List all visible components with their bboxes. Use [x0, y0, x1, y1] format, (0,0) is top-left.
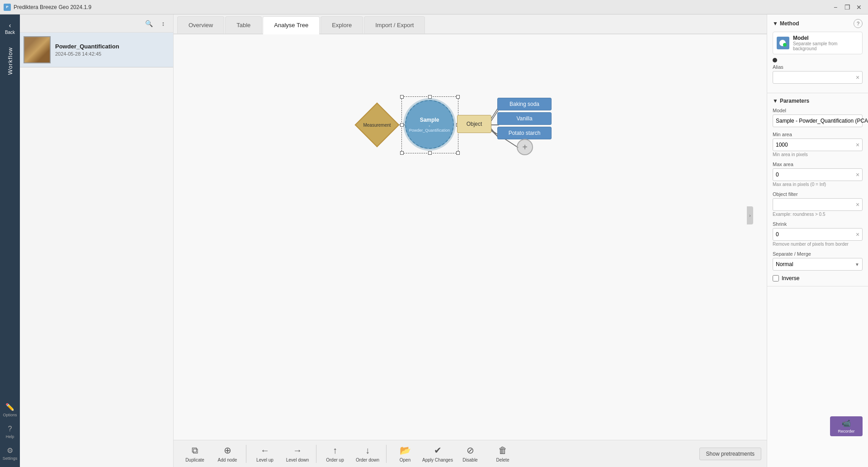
level-up-button[interactable]: ← Level up	[249, 442, 281, 466]
method-section: ▼ Method ? Model Separate sample from ba…	[767, 14, 868, 93]
search-button[interactable]: 🔍	[142, 17, 155, 30]
file-item[interactable]: Powder_Quantification 2024-05-28 14:42:4…	[20, 33, 173, 67]
main-content: Overview Table Analyse Tree Explore Impo…	[174, 14, 767, 467]
max-area-input[interactable]	[773, 169, 853, 181]
workflow-label: Workflow	[7, 43, 14, 78]
min-area-input-wrap: ×	[773, 138, 863, 151]
inverse-row: Inverse	[773, 275, 863, 281]
thumbnail-image	[24, 37, 50, 62]
order-up-button[interactable]: ↑ Order up	[319, 442, 351, 466]
add-class-button[interactable]: +	[517, 139, 533, 155]
class-node-1[interactable]: Baking soda	[497, 98, 552, 110]
options-button[interactable]: ✏️ Options	[1, 400, 19, 420]
inverse-label[interactable]: Inverse	[782, 275, 799, 281]
model-circle-small	[783, 43, 787, 47]
shrink-clear-button[interactable]: ×	[853, 230, 862, 239]
separate-merge-field-group: Separate / Merge Normal Separate Merge ▼	[773, 251, 863, 271]
options-label: Options	[3, 413, 17, 417]
minimize-button[interactable]: −	[830, 2, 841, 13]
level-down-button[interactable]: → Level down	[282, 442, 313, 466]
sample-sub-label: Powder_Quantification	[409, 128, 450, 133]
handle-tm[interactable]	[428, 95, 432, 99]
close-button[interactable]: ✕	[854, 2, 864, 13]
help-button[interactable]: ? Help	[1, 422, 19, 442]
min-area-input[interactable]	[773, 139, 853, 151]
alias-input-wrap: ×	[773, 71, 863, 84]
handle-bl[interactable]	[400, 151, 404, 155]
apply-changes-button[interactable]: ✔ Apply Changes	[422, 442, 453, 466]
duplicate-label: Duplicate	[185, 457, 204, 462]
handle-bm[interactable]	[428, 151, 432, 155]
class-node-3[interactable]: Potato starch	[497, 127, 552, 139]
tab-import-export-label: Import / Export	[375, 22, 414, 29]
model-desc: Separate sample from background	[793, 41, 859, 51]
sort-button[interactable]: ↕	[157, 17, 170, 30]
method-help-button[interactable]: ?	[854, 19, 863, 28]
order-down-button[interactable]: ↓ Order down	[352, 442, 383, 466]
object-label: Object	[467, 121, 482, 127]
expand-right-panel-button[interactable]: ›	[747, 206, 753, 224]
tab-overview-label: Overview	[189, 22, 213, 29]
max-area-input-wrap: ×	[773, 168, 863, 181]
sample-label: Sample	[420, 117, 439, 123]
show-pretreatments-button[interactable]: Show pretreatments	[699, 448, 761, 460]
open-button[interactable]: 📂 Open	[389, 442, 421, 466]
recorder-label: Recorder	[838, 429, 854, 434]
right-panel: ▼ Method ? Model Separate sample from ba…	[767, 14, 868, 467]
handle-ml[interactable]	[400, 123, 404, 127]
tab-explore[interactable]: Explore	[321, 16, 363, 33]
apply-icon: ✔	[434, 445, 442, 456]
object-rect[interactable]: Object	[457, 115, 491, 133]
disable-button[interactable]: ⊘ Disable	[454, 442, 486, 466]
recorder-button[interactable]: 📹 Recorder	[830, 416, 863, 436]
handle-tr[interactable]	[456, 95, 460, 99]
tab-overview[interactable]: Overview	[177, 16, 224, 33]
shrink-input-wrap: ×	[773, 228, 863, 241]
delete-button[interactable]: 🗑 Delete	[487, 442, 519, 466]
alias-input[interactable]	[773, 71, 853, 83]
sidebar-bottom: ✏️ Options ? Help ⚙ Settings	[0, 400, 20, 467]
inverse-checkbox[interactable]	[773, 275, 779, 281]
measurement-node[interactable]: Measurement	[359, 107, 395, 143]
model-field-group: Model Sample - Powder_Quantification (PC…	[773, 108, 863, 127]
add-node-icon: ⊕	[224, 445, 231, 456]
settings-button[interactable]: ⚙ Settings	[1, 443, 19, 463]
model-name: Model	[793, 35, 859, 41]
min-area-clear-button[interactable]: ×	[853, 140, 862, 149]
level-up-icon: ←	[260, 445, 269, 456]
handle-br[interactable]	[456, 151, 460, 155]
level-down-label: Level down	[286, 457, 309, 462]
tab-analyse-tree[interactable]: Analyse Tree	[263, 16, 320, 33]
parameters-title: ▼ Parameters	[773, 98, 809, 104]
duplicate-button[interactable]: ⧉ Duplicate	[179, 442, 211, 466]
model-field-label: Model	[773, 108, 863, 113]
object-node[interactable]: Object	[457, 115, 491, 133]
alias-clear-button[interactable]: ×	[853, 73, 862, 82]
model-card[interactable]: Model Separate sample from background	[773, 32, 863, 54]
class-node-2[interactable]: Vanilla	[497, 112, 552, 125]
separate-merge-select[interactable]: Normal Separate Merge	[773, 258, 855, 270]
min-area-label: Min area	[773, 132, 863, 137]
object-filter-clear-button[interactable]: ×	[853, 200, 862, 209]
sample-node-wrapper[interactable]: Sample - Powder_Quantification	[405, 100, 454, 149]
model-select[interactable]: Sample - Powder_Quantification (PCA)	[773, 115, 868, 127]
add-node-button[interactable]: ⊕ Add node	[212, 442, 243, 466]
tab-import-export[interactable]: Import / Export	[364, 16, 425, 33]
min-area-hint: Min area in pixels	[773, 152, 863, 157]
shrink-input[interactable]	[773, 229, 853, 240]
add-node-icon[interactable]: +	[517, 139, 533, 155]
tab-table[interactable]: Table	[225, 16, 262, 33]
handle-tl[interactable]	[400, 95, 404, 99]
order-up-label: Order up	[326, 457, 344, 462]
sort-icon: ↕	[162, 20, 165, 27]
back-button[interactable]: ‹ Back	[1, 18, 19, 38]
tab-explore-label: Explore	[332, 22, 352, 29]
max-area-clear-button[interactable]: ×	[853, 170, 862, 179]
shrink-hint: Remove number of pixels from border	[773, 242, 863, 247]
restore-button[interactable]: ❐	[842, 2, 853, 13]
model-info: Model Separate sample from background	[793, 35, 859, 51]
canvas-area[interactable]: Measurement Sample -	[174, 34, 767, 440]
tab-table-label: Table	[236, 22, 250, 29]
object-filter-input[interactable]	[773, 199, 853, 210]
sample-node[interactable]: Sample - Powder_Quantification	[405, 100, 454, 149]
